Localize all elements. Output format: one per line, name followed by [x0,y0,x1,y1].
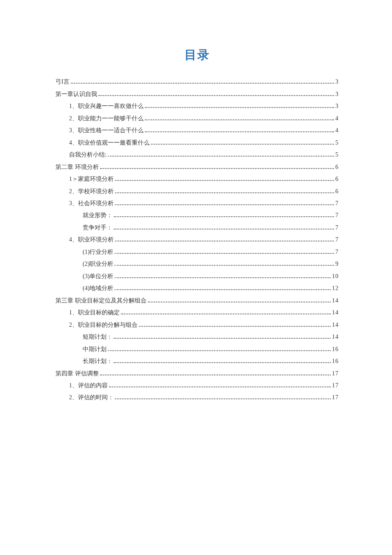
toc-entry-page: 3 [335,79,339,85]
toc-entry: 中期计划16 [55,343,339,355]
toc-leader-dots [115,273,331,278]
toc-leader-dots [109,383,331,387]
toc-entry: (1)行业分析7 [55,246,339,258]
toc-entry-page: 14 [332,298,339,304]
toc-entry-text: 4、职业价值观一一最看重什么 [69,140,150,146]
toc-entry: 竞争对手：7 [55,222,339,234]
toc-entry-page: 16 [332,346,339,352]
toc-leader-dots [145,116,334,120]
toc-entry: 2、职业目标的分解与组合14 [55,319,339,331]
toc-entry-text: 第二章 环境分析 [55,164,99,170]
toc-entry: (4)地域分析12 [55,282,339,294]
toc-leader-dots [100,164,334,169]
toc-leader-dots [114,358,331,363]
toc-entry-text: 1＞家庭环境分析 [69,176,114,182]
toc-entry-text: (3)单位分析 [83,273,113,279]
toc-entry-text: 2、职业目标的分解与组合 [69,322,138,328]
toc-entry: 4、职业环境分析7 [55,234,339,246]
toc-entry-text: 短期计划： [83,334,112,340]
toc-entry: (3)单位分析10 [55,270,339,282]
toc-entry-page: 7 [335,225,339,231]
toc-entry: 2、评估的时间：17 [55,392,339,404]
document-page: 目录 弓I言3第一章认识自我31、职业兴趣一一喜欢做什么32、职业能力一一能够干… [0,0,392,404]
toc-entry-text: 2、职业能力一一能够干什么 [69,116,144,122]
toc-entry-text: 4、职业环境分析 [69,237,114,243]
toc-leader-dots [115,237,334,241]
toc-entry-page: 17 [332,395,339,401]
toc-entry: 1、职业目标的确定14 [55,307,339,319]
toc-entry-page: 9 [335,261,339,267]
toc-entry: 3、社会环境分析7 [55,198,339,209]
toc-leader-dots [121,310,331,314]
toc-entry: 3、职业性格一一适合干什么4 [55,125,339,137]
toc-leader-dots [145,103,334,108]
toc-entry-text: 第四章 评估调整 [55,371,99,377]
toc-entry-page: 6 [335,164,339,170]
toc-entry-text: 第一章认识自我 [55,91,97,97]
toc-leader-dots [114,212,334,217]
toc-entry-text: 弓I言 [55,79,69,85]
toc-entry-page: 6 [335,189,339,195]
toc-entry-text: 1、职业兴趣一一喜欢做什么 [69,103,144,109]
toc-entry-page: 17 [332,383,339,389]
toc-entry-page: 14 [332,334,339,340]
toc-entry: 2、职业能力一一能够干什么4 [55,112,339,124]
toc-entry-page: 14 [332,322,339,328]
toc-entry-page: 4 [335,128,339,134]
toc-entry-page: 5 [335,140,339,146]
toc-entry-page: 7 [335,212,339,218]
toc-entry-page: 12 [332,285,339,291]
toc-leader-dots [100,370,331,375]
toc-entry-page: 16 [332,358,339,364]
toc-entry-text: 2、学校环境分析 [69,189,114,195]
toc-leader-dots [108,346,331,351]
toc-entry-text: (1)行业分析 [83,249,113,255]
toc-entry-text: 3、社会环境分析 [69,200,114,206]
toc-entry-page: 7 [335,200,339,206]
toc-entry: 1、职业兴趣一一喜欢做什么3 [55,100,339,112]
toc-entry-text: (4)地域分析 [83,285,113,291]
toc-entry-text: 就业形势： [83,212,112,218]
toc-leader-dots [71,79,334,84]
toc-entry: 短期计划：14 [55,331,339,343]
toc-leader-dots [151,140,334,145]
toc-entry-page: 3 [335,103,339,109]
toc-leader-dots [108,152,334,157]
toc-title: 目录 [55,47,339,63]
toc-entry: 第四章 评估调整17 [55,367,339,379]
toc-leader-dots [114,225,334,230]
toc-entry-text: 3、职业性格一一适合干什么 [69,128,144,134]
toc-entry: 第三章 职业目标定位及其分解组合14 [55,294,339,306]
toc-entry-text: 自我分析小结: [69,152,107,158]
toc-entry-text: 第三章 职业目标定位及其分解组合 [55,298,147,304]
toc-entry-page: 5 [335,152,339,158]
toc-leader-dots [148,298,331,302]
toc-entry-text: 1、评估的内容 [69,383,108,389]
toc-entry: 1＞家庭环境分析6 [55,173,339,185]
toc-entry: 就业形势：7 [55,209,339,221]
toc-entry: 弓I言3 [55,76,339,88]
toc-entry-page: 17 [332,371,339,377]
toc-leader-dots [115,200,334,205]
toc-entry-page: 4 [335,116,339,122]
toc-entry-text: (2)职业分析 [83,261,113,267]
toc-entry-page: 14 [332,310,339,316]
toc-entry-text: 中期计划 [83,346,107,352]
toc-entry-page: 6 [335,176,339,182]
toc-entry-text: 长期计划： [83,358,112,364]
toc-leader-dots [115,395,331,399]
toc-leader-dots [115,176,334,181]
toc-entry-text: 1、职业目标的确定 [69,310,120,316]
toc-leader-dots [139,322,331,327]
toc-entry-page: 7 [335,237,339,243]
toc-entry: (2)职业分析9 [55,258,339,270]
toc-leader-dots [115,285,331,290]
toc-entry: 2、学校环境分析6 [55,185,339,197]
toc-entry: 自我分析小结:5 [55,149,339,161]
toc-list: 弓I言3第一章认识自我31、职业兴趣一一喜欢做什么32、职业能力一一能够干什么4… [55,76,339,404]
toc-entry: 第二章 环境分析6 [55,161,339,173]
toc-entry: 第一章认识自我3 [55,88,339,100]
toc-leader-dots [115,249,334,254]
toc-entry-page: 7 [335,249,339,255]
toc-entry: 4、职业价值观一一最看重什么5 [55,137,339,148]
